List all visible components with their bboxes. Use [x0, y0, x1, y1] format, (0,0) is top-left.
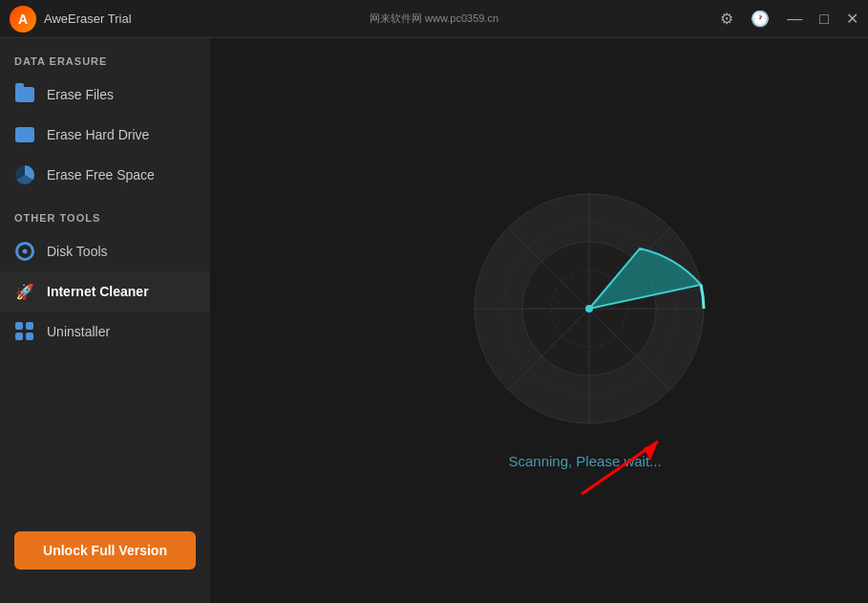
- sidebar-item-erase-hard-drive[interactable]: Erase Hard Drive: [0, 115, 210, 155]
- scanner-visualization: [465, 184, 713, 433]
- erase-free-space-label: Erase Free Space: [47, 167, 155, 183]
- data-erasure-header: DATA ERASURE: [0, 38, 210, 75]
- svg-marker-10: [644, 441, 658, 461]
- sidebar-item-erase-free-space[interactable]: Erase Free Space: [0, 155, 210, 195]
- erase-files-label: Erase Files: [47, 87, 114, 102]
- sidebar-item-uninstaller[interactable]: Uninstaller: [0, 312, 210, 352]
- uninstaller-label: Uninstaller: [47, 324, 110, 339]
- hdd-icon: [14, 124, 35, 145]
- sidebar-item-disk-tools[interactable]: Disk Tools: [0, 231, 210, 271]
- title-bar: A AweEraser Trial 网来软件网 www.pc0359.cn ⚙ …: [0, 0, 868, 38]
- svg-point-8: [585, 305, 593, 312]
- window-controls: ⚙ 🕐 — □ ✕: [720, 10, 858, 28]
- arrow-annotation: [572, 427, 687, 507]
- sidebar-item-internet-cleaner[interactable]: 🚀 Internet Cleaner: [0, 271, 210, 312]
- app-title: AweEraser Trial: [44, 11, 132, 26]
- restore-icon[interactable]: □: [819, 11, 829, 28]
- settings-icon[interactable]: ⚙: [720, 10, 733, 28]
- unlock-full-version-button[interactable]: Unlock Full Version: [14, 531, 196, 570]
- erase-hard-drive-label: Erase Hard Drive: [47, 127, 149, 142]
- history-icon[interactable]: 🕐: [751, 10, 770, 28]
- main-layout: DATA ERASURE Erase Files Erase Hard Driv…: [0, 38, 868, 603]
- watermark-text: 网来软件网 www.pc0359.cn: [370, 11, 498, 26]
- app-logo: A: [10, 6, 36, 32]
- folder-icon: [14, 84, 35, 105]
- minimize-icon[interactable]: —: [787, 11, 802, 28]
- disk-icon: [14, 241, 35, 262]
- internet-cleaner-label: Internet Cleaner: [47, 284, 149, 299]
- disk-tools-label: Disk Tools: [47, 244, 108, 259]
- pie-icon: [14, 164, 35, 185]
- other-tools-header: OTHER TOOLS: [0, 195, 210, 231]
- radar-display: [465, 184, 713, 433]
- rocket-icon: 🚀: [14, 281, 35, 302]
- close-icon[interactable]: ✕: [846, 10, 858, 28]
- uninstall-icon: [14, 321, 35, 342]
- content-area: Scanning, Please wait...: [210, 38, 868, 603]
- sidebar-item-erase-files[interactable]: Erase Files: [0, 75, 210, 115]
- sidebar: DATA ERASURE Erase Files Erase Hard Driv…: [0, 38, 210, 603]
